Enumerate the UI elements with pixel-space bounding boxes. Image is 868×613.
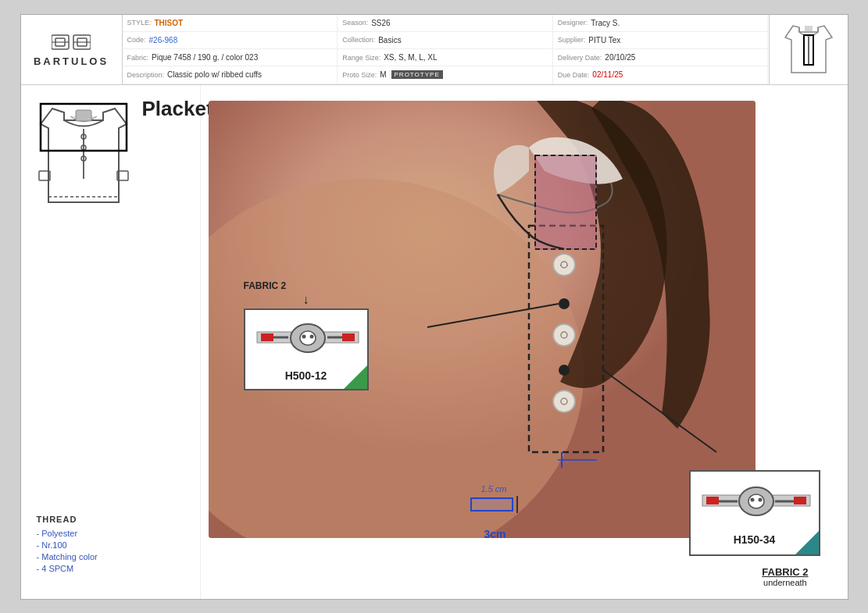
teal-corner-triangle <box>795 531 819 554</box>
fabric-label: Fabric: <box>127 54 149 62</box>
logo-icon <box>52 32 91 54</box>
h150-box: H150-34 <box>689 470 820 556</box>
designer-value: Tracy S. <box>591 19 620 27</box>
proto-size-label: Proto Size: <box>342 71 377 79</box>
svg-point-52 <box>758 497 762 501</box>
svg-rect-26 <box>535 155 596 249</box>
description-value: Classic polo w/ ribbed cuffs <box>167 70 262 79</box>
content-area: Placket THREAD - Polyester - Nr.100 - Ma… <box>21 85 848 599</box>
logo-area: BARTULOS <box>21 15 123 84</box>
proto-size-value: M <box>380 70 386 79</box>
prototype-badge: PROTOTYPE <box>391 70 443 79</box>
svg-rect-47 <box>342 333 355 341</box>
left-panel: Placket THREAD - Polyester - Nr.100 - Ma… <box>21 85 201 599</box>
logo-name: BARTULOS <box>34 55 109 67</box>
measurement-bar <box>470 497 513 511</box>
thread-item-3: - Matching color <box>37 552 98 561</box>
description-label: Description: <box>127 71 165 79</box>
polo-sketch <box>33 93 134 214</box>
svg-rect-24 <box>529 226 603 452</box>
svg-point-36 <box>559 365 570 376</box>
fabric2-label-h500: FABRIC 2 <box>244 280 369 291</box>
svg-point-31 <box>553 324 575 346</box>
svg-rect-25 <box>535 155 596 249</box>
thread-item-1: - Polyester <box>37 529 98 538</box>
svg-point-50 <box>748 494 764 508</box>
svg-line-37 <box>427 304 559 327</box>
style-value: THISOT <box>155 19 184 27</box>
svg-point-43 <box>300 331 316 345</box>
delivery-cell: Delivery Date: 20/10/25 <box>553 49 769 66</box>
main-area: FABRIC 2 ↓ <box>201 85 848 599</box>
collection-value: Basics <box>378 36 401 45</box>
supplier-cell: Supplier: PITU Tex <box>553 32 769 49</box>
thread-title: THREAD <box>37 515 98 524</box>
measurement-vertical-bar <box>516 496 518 513</box>
style-label: STYLE: <box>127 19 152 27</box>
designer-cell: Designer: Tracy S. <box>553 15 769 32</box>
fabric2-underneath-area: FABRIC 2 underneath <box>762 566 808 587</box>
shirt-thumbnail-area <box>770 15 848 84</box>
thread-item-4: - 4 SPCM <box>37 564 98 573</box>
delivery-label: Delivery Date: <box>558 54 602 62</box>
range-size-label: Range Size: <box>342 54 380 62</box>
svg-point-27 <box>553 254 575 276</box>
range-size-cell: Range Size: XS, S, M, L, XL <box>338 49 553 66</box>
code-cell: Code: #26-968 <box>123 32 338 49</box>
description-cell: Description: Classic polo w/ ribbed cuff… <box>123 66 338 84</box>
measurement-1-5cm: 1.5 cm <box>470 484 518 513</box>
code-label: Code: <box>127 36 146 44</box>
h150-diagram <box>691 472 822 530</box>
svg-point-35 <box>559 298 570 309</box>
svg-line-38 <box>603 370 716 452</box>
thread-section: THREAD - Polyester - Nr.100 - Matching c… <box>33 515 98 591</box>
due-cell: Due Date: 02/11/25 <box>553 66 769 84</box>
collection-label: Collection: <box>342 36 375 44</box>
range-size-value: XS, S, M, L, XL <box>384 53 437 62</box>
header: BARTULOS STYLE: THISOT Season: SS26 Desi… <box>21 15 848 85</box>
due-label: Due Date: <box>558 71 590 79</box>
fabric2-underneath-title: FABRIC 2 <box>762 566 808 578</box>
season-label: Season: <box>342 19 368 27</box>
h500-diagram <box>245 310 370 366</box>
svg-point-51 <box>750 497 754 501</box>
svg-point-28 <box>561 262 567 268</box>
due-value: 02/11/25 <box>592 70 623 79</box>
svg-point-32 <box>561 332 567 338</box>
designer-label: Designer: <box>558 19 588 27</box>
code-value: #26-968 <box>149 36 178 45</box>
measurement-1-5cm-label: 1.5 cm <box>480 484 506 494</box>
header-meta: STYLE: THISOT Season: SS26 Designer: Tra… <box>123 15 770 84</box>
underneath-subtitle: underneath <box>762 578 808 587</box>
season-value: SS26 <box>371 19 390 27</box>
svg-point-33 <box>553 390 575 412</box>
delivery-value: 20/10/25 <box>605 53 635 62</box>
page: BARTULOS STYLE: THISOT Season: SS26 Desi… <box>20 14 848 600</box>
svg-rect-46 <box>261 333 273 341</box>
svg-rect-53 <box>706 497 719 504</box>
fabric2-arrow-down: ↓ <box>244 293 369 307</box>
green-corner-triangle <box>344 365 367 389</box>
svg-point-45 <box>309 334 313 338</box>
h500-annotation: FABRIC 2 ↓ <box>244 280 369 390</box>
shirt-thumbnail <box>777 18 840 80</box>
season-cell: Season: SS26 <box>338 15 553 32</box>
svg-rect-13 <box>76 110 91 121</box>
svg-rect-10 <box>805 26 813 32</box>
supplier-value: PITU Tex <box>588 36 620 45</box>
thread-item-2: - Nr.100 <box>37 540 98 550</box>
proto-size-cell: Proto Size: M PROTOTYPE <box>338 66 553 84</box>
measurement-3cm-label: 3cm <box>484 528 506 540</box>
svg-rect-54 <box>794 497 806 504</box>
h500-box: H500-12 <box>244 308 369 390</box>
measurement-3cm: 3cm <box>484 528 506 540</box>
collection-cell: Collection: Basics <box>338 32 553 49</box>
supplier-label: Supplier: <box>558 36 586 44</box>
fabric-value: Pique 7458 / 190 g. / color 023 <box>152 53 258 62</box>
style-cell: STYLE: THISOT <box>123 15 338 32</box>
svg-point-34 <box>561 398 567 405</box>
svg-point-44 <box>302 334 305 338</box>
fabric-cell: Fabric: Pique 7458 / 190 g. / color 023 <box>123 49 338 66</box>
